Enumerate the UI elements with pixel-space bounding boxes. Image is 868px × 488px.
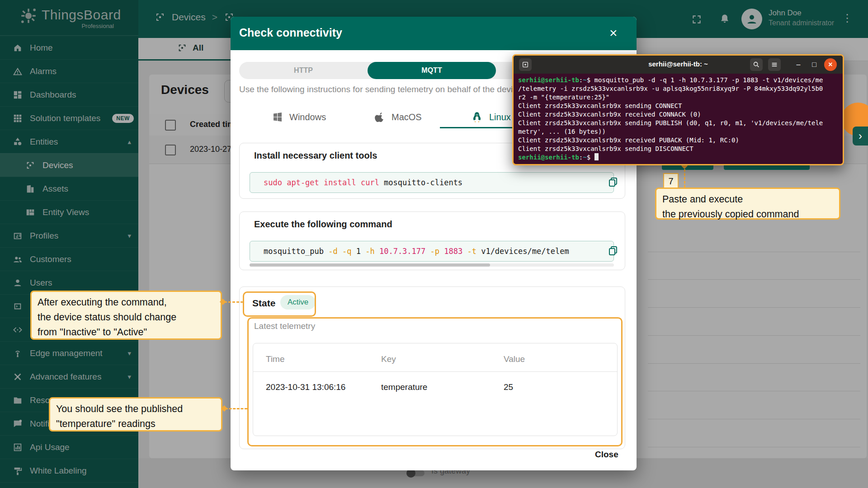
tab-macos[interactable]: MacOS — [374, 107, 422, 127]
latest-telemetry-label: Latest telemetry — [254, 321, 315, 331]
scrollbar-thumb[interactable] — [250, 263, 490, 267]
notifications-bell-icon[interactable] — [719, 13, 731, 25]
bg-table-line — [648, 307, 860, 308]
chevron-down-icon: ▾ — [127, 232, 131, 240]
badge-icon — [13, 231, 23, 241]
close-icon[interactable]: × — [824, 58, 837, 71]
tab-all[interactable]: All — [177, 43, 203, 53]
user-name: John Doe — [769, 9, 802, 18]
sidebar-item-entity-views[interactable]: Entity Views — [0, 200, 138, 224]
select-all-checkbox[interactable] — [165, 120, 176, 131]
callout-connector-line — [225, 408, 247, 409]
telemetry-row-key: temperature — [381, 382, 427, 392]
terminal-window[interactable]: serhii@serhii-tb: ~ – □ × serhii@serhii-… — [512, 54, 844, 165]
bg-table-line — [648, 363, 860, 364]
hamburger-menu-icon[interactable] — [768, 58, 781, 71]
sidebar-item-white-labeling[interactable]: White Labeling — [0, 459, 138, 482]
telemetry-col-time: Time — [266, 354, 285, 364]
kebab-menu-icon[interactable]: ⋮ — [842, 12, 853, 24]
sidebar-item-api-usage[interactable]: Api Usage — [0, 435, 138, 459]
code-icon — [13, 325, 23, 335]
breadcrumb-devices[interactable]: Devices — [172, 12, 206, 23]
devices-icon — [177, 43, 187, 53]
dashboard-icon — [13, 90, 23, 100]
telemetry-row-value: 25 — [504, 382, 513, 392]
sidebar-item-advanced-features[interactable]: Advanced features ▾ — [0, 365, 138, 388]
state-card: State Active Latest telemetry Time Key V… — [239, 286, 625, 449]
chevron-down-icon: ▾ — [127, 373, 131, 381]
protocol-http-tab[interactable]: HTTP — [239, 62, 368, 79]
install-command[interactable]: sudo apt-get install curl mosquitto-clie… — [250, 172, 614, 193]
telemetry-row-time: 2023-10-31 13:06:16 — [266, 382, 345, 392]
sidebar-item-settings[interactable]: Settings — [0, 482, 138, 488]
telemetry-col-value: Value — [504, 354, 525, 364]
dialog-header: Check connectivity × — [231, 17, 637, 50]
sidebar-item-customers[interactable]: Customers — [0, 247, 138, 271]
search-icon[interactable] — [750, 58, 763, 71]
chevron-down-icon: ▾ — [127, 349, 131, 357]
sidebar-item-dashboards[interactable]: Dashboards — [0, 83, 138, 106]
close-button[interactable]: Close — [595, 450, 618, 460]
sidebar-item-edge-management[interactable]: Edge management ▾ — [0, 341, 138, 365]
protocol-mqtt-tab[interactable]: MQTT — [368, 62, 496, 79]
breadcrumb[interactable]: Devices > — [155, 12, 235, 23]
copy-icon[interactable] — [608, 245, 618, 256]
bg-table-line — [648, 391, 860, 391]
terminal-cursor — [594, 153, 599, 160]
bg-table-line — [648, 335, 860, 336]
tab-linux[interactable]: Linux — [471, 107, 511, 127]
avatar[interactable] — [741, 9, 762, 29]
grid-icon — [13, 113, 23, 123]
sidebar-item-home[interactable]: Home — [0, 36, 138, 59]
sidebar-item-entities[interactable]: Entities ▴ — [0, 130, 138, 153]
fullscreen-icon[interactable] — [691, 14, 703, 25]
install-heading: Install necessary client tools — [254, 150, 377, 161]
integration-icon — [13, 301, 23, 311]
linux-penguin-icon — [471, 111, 483, 123]
bg-table-line — [648, 419, 860, 419]
execute-command[interactable]: mosquitto_pub -d -q 1 -h 10.7.3.177 -p 1… — [250, 241, 614, 262]
chevron-right-icon: › — [859, 130, 862, 142]
home-icon — [13, 43, 23, 53]
sidebar-item-devices[interactable]: Devices — [0, 153, 138, 177]
sidebar-item-profiles[interactable]: Profiles ▾ — [0, 224, 138, 247]
warning-icon — [13, 66, 23, 76]
folder-icon — [13, 395, 23, 405]
step-number-badge: 7 — [663, 173, 679, 189]
execute-heading: Execute the following command — [254, 219, 392, 230]
terminal-output[interactable]: serhii@serhii-tb:~$ mosquitto_pub -d -q … — [514, 74, 843, 164]
horizontal-scrollbar[interactable] — [250, 263, 614, 267]
copy-icon[interactable] — [608, 177, 618, 188]
is-gateway-toggle[interactable] — [408, 470, 425, 476]
building-icon — [25, 184, 35, 194]
row-checkbox[interactable] — [165, 145, 176, 155]
terminal-titlebar[interactable]: serhii@serhii-tb: ~ – □ × — [514, 56, 843, 74]
maximize-icon[interactable]: □ — [808, 58, 821, 71]
callout-device-status: After executing the command, the device … — [30, 291, 222, 340]
tools-icon — [13, 372, 23, 382]
sidebar-item-alarms[interactable]: Alarms — [0, 59, 138, 83]
antenna-icon — [13, 348, 23, 358]
minimize-icon[interactable]: – — [792, 58, 805, 71]
brand[interactable]: ThingsBoard Professional — [0, 0, 138, 36]
user-role: Tenant administrator — [769, 19, 834, 27]
breadcrumb-separator: > — [212, 12, 217, 23]
windows-icon — [272, 112, 283, 122]
close-icon[interactable]: × — [609, 25, 618, 41]
new-badge: NEW — [112, 114, 134, 123]
tab-windows[interactable]: Windows — [272, 107, 326, 127]
state-active-badge: Active — [280, 295, 316, 310]
details-panel-expand-button[interactable]: › — [853, 127, 868, 145]
bg-table-line — [648, 252, 860, 252]
people-icon — [13, 254, 23, 264]
devices-panel-title: Devices — [161, 83, 209, 97]
execute-command-card: Execute the following command mosquitto_… — [239, 211, 625, 270]
devices-icon — [25, 160, 35, 170]
table-divider — [253, 371, 617, 372]
state-label: State — [252, 298, 275, 309]
sidebar-item-assets[interactable]: Assets — [0, 177, 138, 200]
bg-table-line — [648, 279, 860, 280]
callout-connector-line — [224, 301, 243, 303]
sidebar-item-solution-templates[interactable]: Solution templates NEW — [0, 106, 138, 130]
chevron-up-icon: ▴ — [127, 138, 131, 146]
